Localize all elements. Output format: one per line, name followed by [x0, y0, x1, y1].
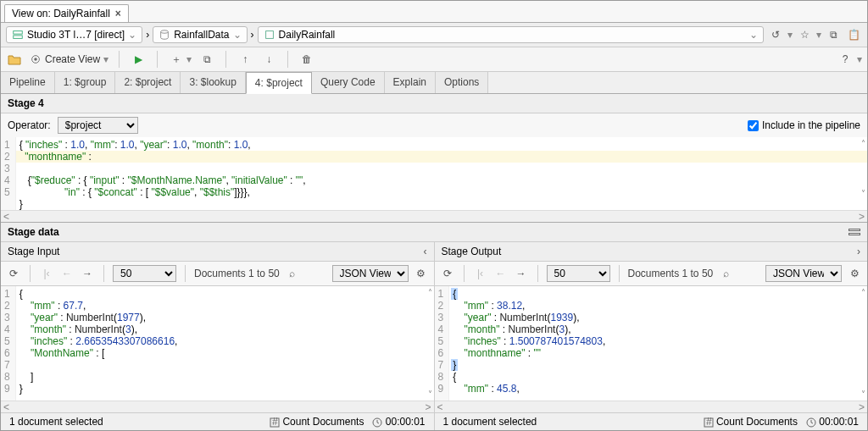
tab-stage-4[interactable]: 4: $project — [246, 72, 312, 94]
database-icon — [159, 29, 170, 41]
star-icon[interactable]: ☆ — [796, 26, 813, 43]
tab-stage-3[interactable]: 3: $lookup — [181, 72, 245, 93]
count-documents-button[interactable]: # Count Documents — [270, 416, 364, 428]
svg-text:#: # — [706, 417, 712, 428]
scroll-up-icon[interactable]: ˄ — [861, 139, 865, 148]
count-documents-button[interactable]: # Count Documents — [704, 416, 798, 428]
copy-stage-icon[interactable]: ⧉ — [198, 51, 215, 68]
svg-rect-0 — [14, 31, 23, 35]
search-in-results-icon[interactable]: ⌕ — [718, 266, 733, 281]
main-toolbar: Create View ▾ ▶ ＋▾ ⧉ ↑ ↓ 🗑 ?▾ — [1, 47, 867, 72]
first-page-icon[interactable]: |‹ — [473, 266, 488, 281]
breadcrumb-server[interactable]: Studio 3T l…7 [direct] ⌄ — [6, 26, 142, 43]
svg-point-2 — [161, 30, 169, 34]
settings-icon[interactable]: ⚙ — [414, 266, 429, 281]
delete-icon[interactable]: 🗑 — [298, 51, 315, 68]
prev-page-icon[interactable]: ← — [59, 266, 75, 281]
breadcrumb-separator: › — [146, 29, 149, 41]
elapsed-time: 00:00:01 — [372, 416, 425, 428]
chevron-down-icon: ⌄ — [749, 29, 758, 41]
stage-output-pane: Stage Output › ⟳ |‹ ← → 50 Documents 1 t… — [435, 242, 868, 430]
refresh-icon[interactable]: ⟳ — [6, 266, 21, 281]
elapsed-time: 00:00:01 — [806, 416, 859, 428]
view-mode-select[interactable]: JSON View — [765, 265, 842, 282]
chevron-down-icon: ▾ — [103, 53, 108, 65]
tab-pipeline[interactable]: Pipeline — [1, 72, 55, 93]
scroll-right-icon[interactable]: > — [859, 211, 865, 223]
add-icon[interactable]: ＋ — [168, 51, 185, 68]
run-icon[interactable]: ▶ — [130, 51, 147, 68]
breadcrumb-collection[interactable]: DailyRainfall ⌄ — [258, 26, 764, 43]
next-page-icon[interactable]: → — [514, 266, 529, 281]
svg-rect-3 — [265, 31, 273, 39]
folder-open-icon[interactable] — [6, 51, 23, 68]
operator-label: Operator: — [8, 119, 51, 131]
include-pipeline-label: Include in the pipeline — [762, 119, 860, 131]
doc-range-label: Documents 1 to 50 — [628, 268, 714, 279]
tab-options[interactable]: Options — [436, 72, 488, 93]
close-icon[interactable]: × — [115, 8, 121, 19]
breadcrumb: Studio 3T l…7 [direct] ⌄ › RainfallData … — [1, 23, 867, 47]
tab-stage-1[interactable]: 1: $group — [55, 72, 116, 93]
file-tab[interactable]: View on: DailyRainfall × — [4, 4, 129, 22]
scroll-up-icon[interactable]: ˄ — [861, 288, 865, 297]
collection-icon — [264, 29, 275, 41]
paste-icon[interactable]: 📋 — [845, 26, 862, 43]
scroll-left-icon[interactable]: < — [3, 211, 9, 223]
scroll-down-icon[interactable]: ˅ — [428, 390, 432, 399]
refresh-icon[interactable]: ⟳ — [440, 266, 455, 281]
scroll-down-icon[interactable]: ˅ — [861, 390, 865, 399]
search-in-results-icon[interactable]: ⌕ — [285, 266, 300, 281]
create-view-button[interactable]: Create View ▾ — [30, 53, 108, 65]
help-icon[interactable]: ? — [837, 51, 854, 68]
tab-explain[interactable]: Explain — [385, 72, 436, 93]
include-pipeline-checkbox[interactable] — [748, 120, 759, 131]
settings-icon[interactable]: ⚙ — [847, 266, 862, 281]
svg-rect-1 — [14, 36, 23, 39]
stage-tabs: Pipeline 1: $group 2: $project 3: $looku… — [1, 72, 867, 94]
stage-input-pane: Stage Input ‹ ⟳ |‹ ← → 50 Documents 1 to… — [1, 242, 435, 430]
scroll-down-icon[interactable]: ˅ — [861, 189, 865, 198]
svg-point-5 — [34, 58, 37, 61]
clock-icon — [806, 417, 816, 428]
first-page-icon[interactable]: |‹ — [39, 266, 54, 281]
count-icon: # — [704, 417, 714, 428]
server-icon — [12, 29, 24, 41]
file-tab-title: View on: DailyRainfall — [12, 8, 110, 19]
status-selected: 1 document selected — [443, 416, 537, 428]
prev-page-icon[interactable]: ← — [493, 266, 509, 281]
move-down-icon[interactable]: ↓ — [260, 51, 277, 68]
count-icon: # — [270, 417, 280, 428]
history-icon[interactable]: ↺ — [767, 26, 784, 43]
breadcrumb-database[interactable]: RainfallData ⌄ — [153, 26, 247, 43]
doc-range-label: Documents 1 to 50 — [194, 268, 280, 279]
move-up-icon[interactable]: ↑ — [236, 51, 253, 68]
chevron-down-icon: ⌄ — [233, 29, 242, 41]
next-page-icon[interactable]: → — [80, 266, 95, 281]
breadcrumb-separator: › — [251, 29, 254, 41]
page-size-select[interactable]: 50 — [547, 265, 610, 282]
clock-icon — [372, 417, 382, 428]
chevron-down-icon: ⌄ — [128, 29, 136, 41]
gear-icon — [30, 53, 42, 65]
tab-query-code[interactable]: Query Code — [312, 72, 385, 93]
page-size-select[interactable]: 50 — [113, 265, 176, 282]
stage-input-title: Stage Input — [8, 246, 59, 257]
stage-output-title: Stage Output — [442, 246, 502, 257]
stage-header: Stage 4 — [1, 94, 867, 113]
output-json-viewer[interactable]: 1 2 3 4 5 6 7 8 9 { "mm" : 38.12, "year"… — [435, 286, 868, 401]
status-selected: 1 document selected — [9, 416, 103, 428]
stage-data-header: Stage data — [1, 222, 867, 242]
stage-code-editor[interactable]: 1 2 3 4 5 { "inches" : 1.0, "mm": 1.0, "… — [1, 137, 867, 210]
operator-select[interactable]: $project — [58, 117, 138, 134]
view-mode-select[interactable]: JSON View — [332, 265, 409, 282]
layout-toggle-icon[interactable] — [849, 229, 860, 235]
svg-text:#: # — [272, 417, 278, 428]
scroll-up-icon[interactable]: ˄ — [428, 288, 432, 297]
collapse-input-icon[interactable]: ‹ — [424, 246, 427, 257]
tab-stage-2[interactable]: 2: $project — [115, 72, 181, 93]
collapse-output-icon[interactable]: › — [857, 246, 860, 257]
input-json-viewer[interactable]: 1 2 3 4 5 6 7 8 9 { "mm" : 67.7, "year" … — [1, 286, 434, 401]
copy-icon[interactable]: ⧉ — [825, 26, 842, 43]
